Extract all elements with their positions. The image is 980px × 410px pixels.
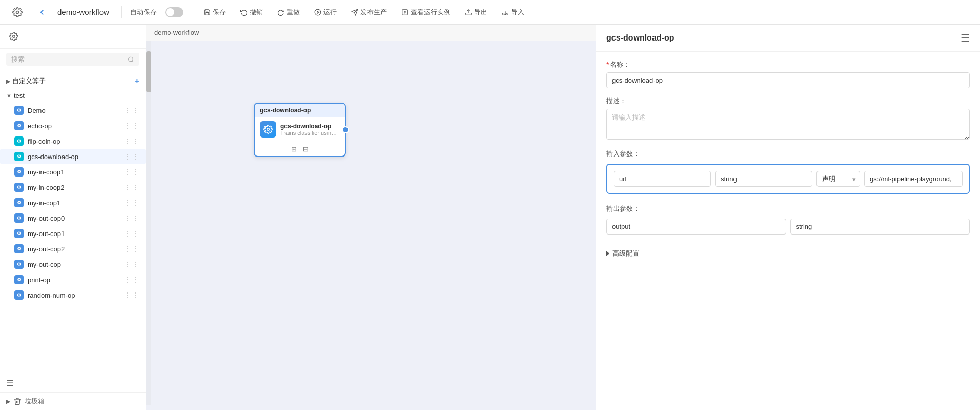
item-menu-icon[interactable]: ⋮⋮ [124,276,139,284]
right-panel-menu-icon[interactable]: ☰ [961,32,970,44]
op-icon: ⚙ [14,213,24,223]
input-params-label: 输入参数： [606,149,970,159]
svg-point-12 [129,57,133,62]
sidebar-settings-icon[interactable] [6,29,22,44]
trash-section[interactable]: ☰ [0,374,146,392]
desc-textarea[interactable] [606,109,970,140]
test-section[interactable]: ▼ test [0,89,146,103]
node-output-connector[interactable] [342,126,349,133]
workflow-node-icon [260,121,276,138]
sidebar-item-label: my-out-cop [28,261,61,268]
vertical-scrollbar[interactable] [146,41,151,405]
item-menu-icon[interactable]: ⋮⋮ [124,106,139,114]
desc-label: 描述： [606,96,970,106]
sidebar: ▶ 自定义算子 + ▼ test ⚙ Demo ⋮⋮ [0,25,146,410]
svg-point-14 [267,128,270,131]
item-menu-icon[interactable]: ⋮⋮ [124,152,139,161]
add-custom-op-button[interactable]: + [135,76,139,86]
sidebar-item[interactable]: ⚙ my-out-cop0 ⋮⋮ [0,210,146,226]
op-icon: ⚙ [14,183,24,192]
param-value-input[interactable] [864,171,963,187]
svg-line-13 [132,61,133,62]
input-param-row: 声明 ▾ [614,171,963,187]
canvas-breadcrumb: demo-workflow [146,25,596,41]
sidebar-item-label: Demo [28,107,46,114]
import-button[interactable]: 导入 [499,6,527,19]
sidebar-item[interactable]: ⚙ echo-op ⋮⋮ [0,118,146,133]
search-input[interactable] [11,55,125,63]
item-menu-icon[interactable]: ⋮⋮ [124,245,139,253]
sidebar-item-gcs-download[interactable]: ⚙ gcs-download-op ⋮⋮ [0,149,146,164]
output-param-type-input[interactable] [790,219,970,235]
undo-button[interactable]: 撤销 [237,6,266,19]
back-button[interactable] [35,5,49,19]
op-icon: ⚙ [14,275,24,284]
sidebar-item[interactable]: ⚙ my-out-cop1 ⋮⋮ [0,226,146,241]
publish-button[interactable]: 发布生产 [348,6,390,19]
item-menu-icon[interactable]: ⋮⋮ [124,214,139,222]
item-menu-icon[interactable]: ⋮⋮ [124,168,139,176]
output-param-name-input[interactable] [606,219,786,235]
name-field-group: * 名称： [606,60,970,88]
sidebar-item-label: random-num-op [28,291,75,299]
sidebar-item[interactable]: ⚙ my-out-cop2 ⋮⋮ [0,241,146,257]
op-icon: ⚙ [14,106,24,115]
input-params-group: 输入参数： 声明 ▾ [606,149,970,194]
op-icon: ⚙ [14,290,24,300]
canvas-content[interactable]: gcs-download-op gcs-download-op Trains c… [146,41,596,405]
op-icon: ⚙ [14,260,24,269]
op-icon: ⚙ [14,136,24,146]
sidebar-item[interactable]: ⚙ my-in-coop2 ⋮⋮ [0,180,146,195]
sidebar-menu-icon[interactable]: ☰ [6,378,13,388]
item-menu-icon[interactable]: ⋮⋮ [124,199,139,207]
workflow-node-body: gcs-download-op Trains classifier using … [255,117,345,142]
test-section-label: test [14,92,25,100]
main-area: ▶ 自定义算子 + ▼ test ⚙ Demo ⋮⋮ [0,25,980,410]
param-declaration-select[interactable]: 声明 [816,171,860,187]
svg-point-11 [13,35,15,38]
op-icon: ⚙ [14,229,24,238]
sidebar-item[interactable]: ⚙ my-in-coop1 ⋮⋮ [0,164,146,180]
export-button[interactable]: 导出 [462,6,491,19]
horizontal-scrollbar[interactable] [146,405,596,410]
workflow-node-header: gcs-download-op [255,104,345,117]
sidebar-item-label: echo-op [28,122,52,130]
sidebar-item[interactable]: ⚙ flip-coin-op ⋮⋮ [0,133,146,149]
param-type-input[interactable] [715,171,812,187]
custom-ops-section[interactable]: ▶ 自定义算子 + [0,73,146,89]
node-copy-action[interactable]: ⊞ [289,144,299,154]
scrollbar-thumb[interactable] [146,51,151,92]
custom-ops-chevron: ▶ [6,78,10,85]
item-menu-icon[interactable]: ⋮⋮ [124,229,139,238]
trash-footer[interactable]: ▶ 垃圾箱 [0,392,146,410]
svg-point-0 [16,11,19,13]
desc-field-group: 描述： [606,96,970,141]
param-name-input[interactable] [614,171,711,187]
divider [192,6,192,18]
item-menu-icon[interactable]: ⋮⋮ [124,122,139,130]
sidebar-item[interactable]: ⚙ my-out-cop ⋮⋮ [0,257,146,272]
sidebar-item[interactable]: ⚙ print-op ⋮⋮ [0,272,146,287]
sidebar-item[interactable]: ⚙ random-num-op ⋮⋮ [0,287,146,303]
name-input[interactable] [606,72,970,88]
item-menu-icon[interactable]: ⋮⋮ [124,137,139,145]
item-menu-icon[interactable]: ⋮⋮ [124,291,139,299]
run-button[interactable]: 运行 [311,6,340,19]
advanced-chevron-icon [606,251,609,256]
workflow-node-gcs-download[interactable]: gcs-download-op gcs-download-op Trains c… [254,103,346,157]
save-button[interactable]: 保存 [200,6,229,19]
view-run-button[interactable]: 查看运行实例 [398,6,454,19]
item-menu-icon[interactable]: ⋮⋮ [124,260,139,268]
op-icon: ⚙ [14,198,24,207]
param-declaration-select-wrap: 声明 ▾ [816,171,860,187]
advanced-config-section[interactable]: 高级配置 [606,245,970,262]
sidebar-item[interactable]: ⚙ Demo ⋮⋮ [0,103,146,118]
workflow-node-desc: Trains classifier using ... [280,130,340,136]
settings-icon[interactable] [8,0,27,25]
sidebar-item[interactable]: ⚙ my-in-cop1 ⋮⋮ [0,195,146,210]
autosave-toggle[interactable] [165,7,183,17]
node-delete-action[interactable]: ⊟ [301,144,311,154]
op-icon: ⚙ [14,244,24,253]
item-menu-icon[interactable]: ⋮⋮ [124,183,139,191]
redo-button[interactable]: 重做 [274,6,303,19]
